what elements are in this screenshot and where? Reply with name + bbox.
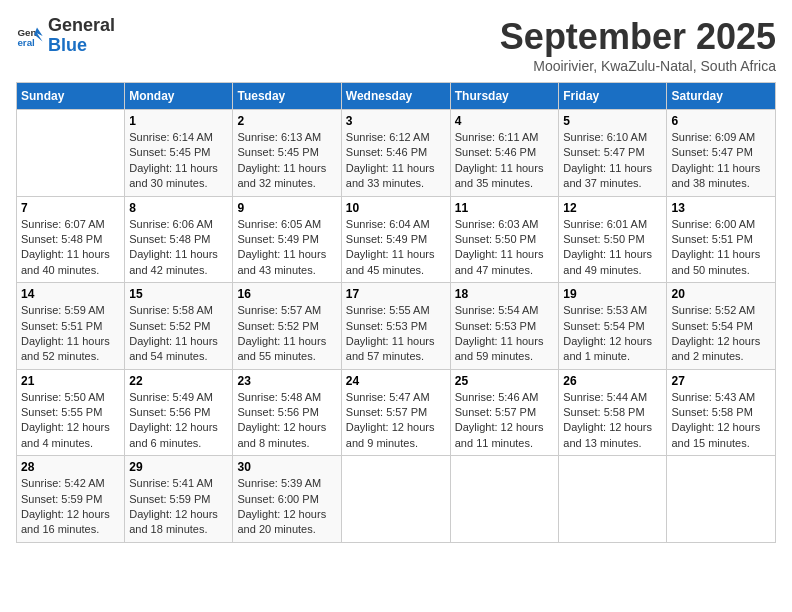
calendar-cell: 11Sunrise: 6:03 AM Sunset: 5:50 PM Dayli…: [450, 196, 559, 283]
day-info: Sunrise: 6:12 AM Sunset: 5:46 PM Dayligh…: [346, 130, 446, 192]
calendar-cell: 20Sunrise: 5:52 AM Sunset: 5:54 PM Dayli…: [667, 283, 776, 370]
day-number: 28: [21, 460, 120, 474]
day-info: Sunrise: 5:47 AM Sunset: 5:57 PM Dayligh…: [346, 390, 446, 452]
day-number: 10: [346, 201, 446, 215]
header-monday: Monday: [125, 83, 233, 110]
calendar-cell: 4Sunrise: 6:11 AM Sunset: 5:46 PM Daylig…: [450, 110, 559, 197]
calendar-cell: 21Sunrise: 5:50 AM Sunset: 5:55 PM Dayli…: [17, 369, 125, 456]
page-header: Gen eral General Blue September 2025 Moo…: [16, 16, 776, 74]
day-info: Sunrise: 6:07 AM Sunset: 5:48 PM Dayligh…: [21, 217, 120, 279]
day-number: 25: [455, 374, 555, 388]
day-number: 12: [563, 201, 662, 215]
calendar-cell: 16Sunrise: 5:57 AM Sunset: 5:52 PM Dayli…: [233, 283, 341, 370]
calendar-cell: 29Sunrise: 5:41 AM Sunset: 5:59 PM Dayli…: [125, 456, 233, 543]
day-info: Sunrise: 5:39 AM Sunset: 6:00 PM Dayligh…: [237, 476, 336, 538]
calendar-cell: [341, 456, 450, 543]
calendar-cell: 12Sunrise: 6:01 AM Sunset: 5:50 PM Dayli…: [559, 196, 667, 283]
day-info: Sunrise: 5:53 AM Sunset: 5:54 PM Dayligh…: [563, 303, 662, 365]
day-number: 8: [129, 201, 228, 215]
day-info: Sunrise: 6:00 AM Sunset: 5:51 PM Dayligh…: [671, 217, 771, 279]
day-number: 16: [237, 287, 336, 301]
calendar-week-row: 1Sunrise: 6:14 AM Sunset: 5:45 PM Daylig…: [17, 110, 776, 197]
header-thursday: Thursday: [450, 83, 559, 110]
logo-text: General Blue: [48, 16, 115, 56]
month-title: September 2025: [500, 16, 776, 58]
day-info: Sunrise: 5:50 AM Sunset: 5:55 PM Dayligh…: [21, 390, 120, 452]
header-friday: Friday: [559, 83, 667, 110]
day-info: Sunrise: 5:54 AM Sunset: 5:53 PM Dayligh…: [455, 303, 555, 365]
day-info: Sunrise: 5:59 AM Sunset: 5:51 PM Dayligh…: [21, 303, 120, 365]
calendar-cell: 5Sunrise: 6:10 AM Sunset: 5:47 PM Daylig…: [559, 110, 667, 197]
header-sunday: Sunday: [17, 83, 125, 110]
day-info: Sunrise: 6:11 AM Sunset: 5:46 PM Dayligh…: [455, 130, 555, 192]
day-number: 1: [129, 114, 228, 128]
day-info: Sunrise: 6:14 AM Sunset: 5:45 PM Dayligh…: [129, 130, 228, 192]
calendar-cell: [17, 110, 125, 197]
calendar-cell: 18Sunrise: 5:54 AM Sunset: 5:53 PM Dayli…: [450, 283, 559, 370]
day-number: 26: [563, 374, 662, 388]
calendar-cell: [450, 456, 559, 543]
day-number: 23: [237, 374, 336, 388]
location-subtitle: Mooirivier, KwaZulu-Natal, South Africa: [500, 58, 776, 74]
logo: Gen eral General Blue: [16, 16, 115, 56]
day-number: 6: [671, 114, 771, 128]
calendar-cell: 22Sunrise: 5:49 AM Sunset: 5:56 PM Dayli…: [125, 369, 233, 456]
day-info: Sunrise: 6:05 AM Sunset: 5:49 PM Dayligh…: [237, 217, 336, 279]
day-info: Sunrise: 6:06 AM Sunset: 5:48 PM Dayligh…: [129, 217, 228, 279]
day-info: Sunrise: 5:41 AM Sunset: 5:59 PM Dayligh…: [129, 476, 228, 538]
day-number: 21: [21, 374, 120, 388]
day-info: Sunrise: 6:09 AM Sunset: 5:47 PM Dayligh…: [671, 130, 771, 192]
day-info: Sunrise: 5:52 AM Sunset: 5:54 PM Dayligh…: [671, 303, 771, 365]
day-info: Sunrise: 5:43 AM Sunset: 5:58 PM Dayligh…: [671, 390, 771, 452]
day-info: Sunrise: 5:49 AM Sunset: 5:56 PM Dayligh…: [129, 390, 228, 452]
calendar-cell: 30Sunrise: 5:39 AM Sunset: 6:00 PM Dayli…: [233, 456, 341, 543]
title-area: September 2025 Mooirivier, KwaZulu-Natal…: [500, 16, 776, 74]
calendar-cell: 27Sunrise: 5:43 AM Sunset: 5:58 PM Dayli…: [667, 369, 776, 456]
day-info: Sunrise: 5:44 AM Sunset: 5:58 PM Dayligh…: [563, 390, 662, 452]
day-info: Sunrise: 6:03 AM Sunset: 5:50 PM Dayligh…: [455, 217, 555, 279]
calendar-cell: 3Sunrise: 6:12 AM Sunset: 5:46 PM Daylig…: [341, 110, 450, 197]
calendar-cell: 17Sunrise: 5:55 AM Sunset: 5:53 PM Dayli…: [341, 283, 450, 370]
calendar-cell: 7Sunrise: 6:07 AM Sunset: 5:48 PM Daylig…: [17, 196, 125, 283]
day-number: 7: [21, 201, 120, 215]
day-number: 19: [563, 287, 662, 301]
calendar-table: SundayMondayTuesdayWednesdayThursdayFrid…: [16, 82, 776, 543]
calendar-cell: 28Sunrise: 5:42 AM Sunset: 5:59 PM Dayli…: [17, 456, 125, 543]
calendar-cell: 19Sunrise: 5:53 AM Sunset: 5:54 PM Dayli…: [559, 283, 667, 370]
header-tuesday: Tuesday: [233, 83, 341, 110]
day-info: Sunrise: 6:10 AM Sunset: 5:47 PM Dayligh…: [563, 130, 662, 192]
day-info: Sunrise: 5:46 AM Sunset: 5:57 PM Dayligh…: [455, 390, 555, 452]
calendar-cell: 9Sunrise: 6:05 AM Sunset: 5:49 PM Daylig…: [233, 196, 341, 283]
day-info: Sunrise: 5:42 AM Sunset: 5:59 PM Dayligh…: [21, 476, 120, 538]
calendar-week-row: 21Sunrise: 5:50 AM Sunset: 5:55 PM Dayli…: [17, 369, 776, 456]
day-number: 24: [346, 374, 446, 388]
day-number: 13: [671, 201, 771, 215]
day-number: 14: [21, 287, 120, 301]
day-number: 11: [455, 201, 555, 215]
calendar-cell: 14Sunrise: 5:59 AM Sunset: 5:51 PM Dayli…: [17, 283, 125, 370]
day-info: Sunrise: 5:58 AM Sunset: 5:52 PM Dayligh…: [129, 303, 228, 365]
calendar-cell: [667, 456, 776, 543]
header-wednesday: Wednesday: [341, 83, 450, 110]
calendar-header-row: SundayMondayTuesdayWednesdayThursdayFrid…: [17, 83, 776, 110]
day-number: 4: [455, 114, 555, 128]
calendar-cell: 6Sunrise: 6:09 AM Sunset: 5:47 PM Daylig…: [667, 110, 776, 197]
calendar-cell: 1Sunrise: 6:14 AM Sunset: 5:45 PM Daylig…: [125, 110, 233, 197]
calendar-cell: 2Sunrise: 6:13 AM Sunset: 5:45 PM Daylig…: [233, 110, 341, 197]
day-number: 18: [455, 287, 555, 301]
day-number: 27: [671, 374, 771, 388]
calendar-cell: 13Sunrise: 6:00 AM Sunset: 5:51 PM Dayli…: [667, 196, 776, 283]
calendar-cell: 26Sunrise: 5:44 AM Sunset: 5:58 PM Dayli…: [559, 369, 667, 456]
day-number: 29: [129, 460, 228, 474]
day-number: 15: [129, 287, 228, 301]
day-info: Sunrise: 6:13 AM Sunset: 5:45 PM Dayligh…: [237, 130, 336, 192]
day-number: 3: [346, 114, 446, 128]
day-info: Sunrise: 5:48 AM Sunset: 5:56 PM Dayligh…: [237, 390, 336, 452]
day-number: 2: [237, 114, 336, 128]
day-info: Sunrise: 6:01 AM Sunset: 5:50 PM Dayligh…: [563, 217, 662, 279]
calendar-cell: 25Sunrise: 5:46 AM Sunset: 5:57 PM Dayli…: [450, 369, 559, 456]
day-number: 30: [237, 460, 336, 474]
calendar-cell: 24Sunrise: 5:47 AM Sunset: 5:57 PM Dayli…: [341, 369, 450, 456]
calendar-cell: 15Sunrise: 5:58 AM Sunset: 5:52 PM Dayli…: [125, 283, 233, 370]
calendar-week-row: 14Sunrise: 5:59 AM Sunset: 5:51 PM Dayli…: [17, 283, 776, 370]
